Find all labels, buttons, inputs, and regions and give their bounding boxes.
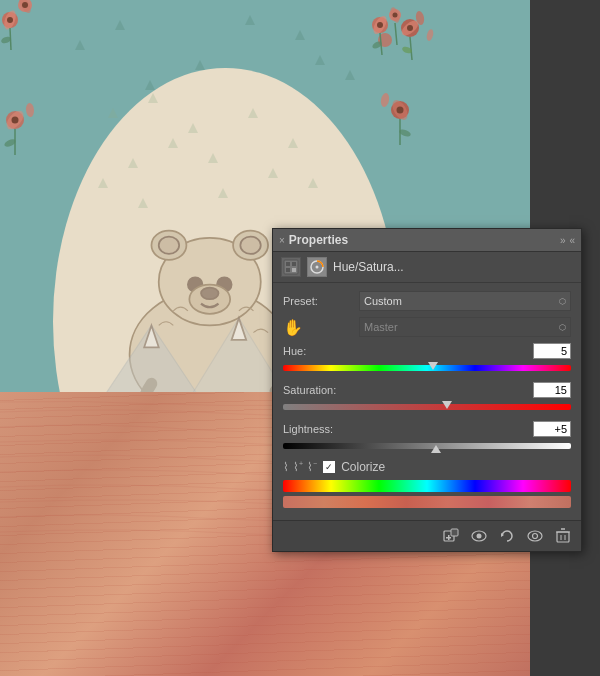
hue-label: Hue: <box>283 345 353 357</box>
svg-marker-43 <box>245 15 255 25</box>
panel-title-left: × Properties <box>279 233 348 247</box>
lightness-slider-thumb[interactable] <box>431 445 441 453</box>
preset-dropdown-arrow: ⬡ <box>559 297 566 306</box>
svg-rect-79 <box>292 262 296 266</box>
colorize-row: ⌇ ⌇+ ⌇− ✓ Colorize <box>283 460 571 474</box>
eye-mask-button[interactable] <box>525 526 545 546</box>
svg-point-83 <box>316 266 319 269</box>
svg-point-22 <box>22 2 28 8</box>
svg-point-30 <box>25 103 34 118</box>
saturation-value-input[interactable] <box>533 382 571 398</box>
reset-icon <box>499 528 515 544</box>
preset-label: Preset: <box>283 295 353 307</box>
svg-point-27 <box>12 117 19 124</box>
spectrum-bar-source <box>283 480 571 492</box>
channel-value: Master <box>364 321 398 333</box>
panel-title: Properties <box>289 233 348 247</box>
lightness-slider-bg <box>283 443 571 449</box>
channel-row-spacer: ✋ <box>283 318 353 337</box>
svg-rect-81 <box>292 268 296 272</box>
eyedropper-subtract-icon[interactable]: ⌇− <box>307 460 317 474</box>
svg-point-33 <box>397 107 404 114</box>
panel-expand-icon[interactable]: » <box>560 235 566 246</box>
panel-title-right: » « <box>560 235 575 246</box>
svg-point-92 <box>533 534 538 539</box>
delete-icon <box>555 528 571 544</box>
svg-point-11 <box>426 28 435 41</box>
saturation-slider-track[interactable] <box>283 401 571 413</box>
panel-toolbar <box>273 520 581 551</box>
hue-slider-row: Hue: <box>283 343 571 374</box>
hs-icon <box>309 259 325 275</box>
svg-point-91 <box>528 531 542 541</box>
delete-button[interactable] <box>553 526 573 546</box>
lightness-slider-row: Lightness: <box>283 421 571 452</box>
visibility-icon <box>471 528 487 544</box>
visibility-button[interactable] <box>469 526 489 546</box>
svg-point-21 <box>7 17 13 23</box>
panel-icons-bar: Hue/Satura... <box>273 252 581 283</box>
hue-saturation-icon[interactable] <box>307 257 327 277</box>
saturation-label-row: Saturation: <box>283 382 571 398</box>
hue-slider-track[interactable] <box>283 362 571 374</box>
adj-layer-icon[interactable] <box>281 257 301 277</box>
panel-menu-icon[interactable]: « <box>569 235 575 246</box>
svg-rect-86 <box>446 537 451 539</box>
lightness-value-input[interactable] <box>533 421 571 437</box>
svg-marker-40 <box>295 30 305 40</box>
spectrum-bar-result <box>283 496 571 508</box>
svg-point-63 <box>240 237 260 254</box>
eyedropper-icon[interactable]: ⌇ <box>283 460 289 474</box>
reset-button[interactable] <box>497 526 517 546</box>
add-layer-icon <box>443 528 459 544</box>
colorize-label: Colorize <box>341 460 385 474</box>
channel-dropdown-arrow: ⬡ <box>559 323 566 332</box>
hand-tool-icon[interactable]: ✋ <box>283 318 303 337</box>
saturation-label: Saturation: <box>283 384 353 396</box>
svg-rect-80 <box>286 268 290 272</box>
svg-point-89 <box>477 534 482 539</box>
lightness-label-row: Lightness: <box>283 421 571 437</box>
hue-slider-thumb[interactable] <box>428 362 438 370</box>
hue-label-row: Hue: <box>283 343 571 359</box>
svg-marker-37 <box>75 40 85 50</box>
lightness-label: Lightness: <box>283 423 353 435</box>
saturation-slider-row: Saturation: <box>283 382 571 413</box>
colorize-checkbox[interactable]: ✓ <box>323 461 335 473</box>
panel-title-bar: × Properties » « <box>273 229 581 252</box>
svg-marker-38 <box>115 20 125 30</box>
svg-point-62 <box>158 237 178 254</box>
svg-point-7 <box>377 22 383 28</box>
eyedropper-add-icon[interactable]: ⌇+ <box>293 460 303 474</box>
saturation-slider-thumb[interactable] <box>442 401 452 409</box>
panel-content: Preset: Custom ⬡ ✋ Master ⬡ Hue: <box>273 283 581 520</box>
svg-line-14 <box>395 23 397 45</box>
preset-dropdown[interactable]: Custom ⬡ <box>359 291 571 311</box>
panel-close-button[interactable]: × <box>279 235 285 246</box>
channel-row: ✋ Master ⬡ <box>283 317 571 337</box>
add-layer-button[interactable] <box>441 526 461 546</box>
svg-rect-93 <box>557 532 569 542</box>
adjustment-icon <box>283 259 299 275</box>
svg-point-9 <box>407 25 413 31</box>
eye-mask-icon <box>527 528 543 544</box>
svg-marker-44 <box>315 55 325 65</box>
svg-point-67 <box>201 288 218 300</box>
preset-value: Custom <box>364 295 402 307</box>
lightness-slider-track[interactable] <box>283 440 571 452</box>
svg-point-8 <box>393 13 398 18</box>
hue-value-input[interactable] <box>533 343 571 359</box>
svg-rect-87 <box>451 529 458 536</box>
saturation-slider-bg <box>283 404 571 410</box>
channel-dropdown[interactable]: Master ⬡ <box>359 317 571 337</box>
adj-layer-title: Hue/Satura... <box>333 260 404 274</box>
svg-rect-78 <box>286 262 290 266</box>
properties-panel: × Properties » « Hue/Satura... <box>272 228 582 552</box>
preset-row: Preset: Custom ⬡ <box>283 291 571 311</box>
eyedropper-icons: ⌇ ⌇+ ⌇− <box>283 460 317 474</box>
